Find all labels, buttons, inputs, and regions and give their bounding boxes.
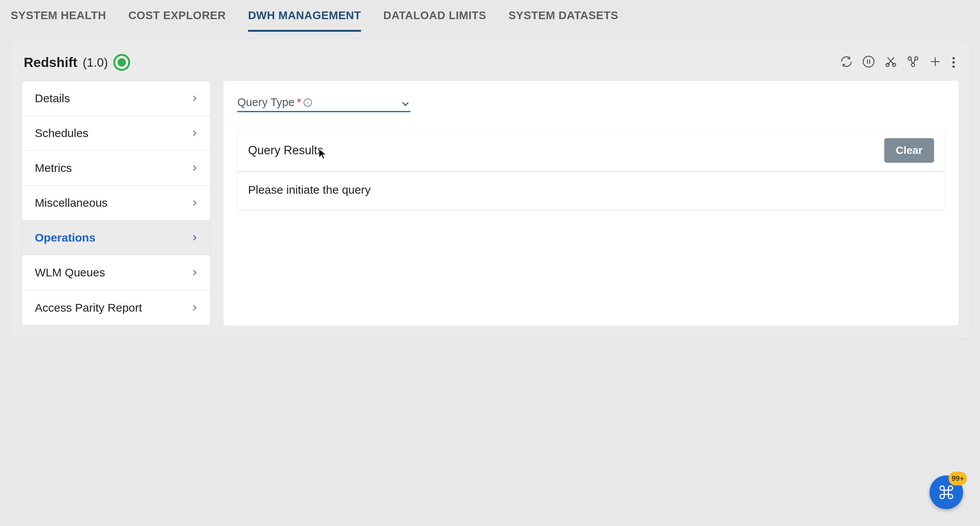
page-title: Redshift xyxy=(24,55,77,70)
content-row: Details Schedules Metrics Miscellaneous … xyxy=(21,81,959,325)
sidebar-item-details[interactable]: Details xyxy=(22,81,210,116)
sidebar-item-label: Details xyxy=(35,92,70,105)
sidebar-item-label: WLM Queues xyxy=(35,266,105,279)
sidebar-item-label: Miscellaneous xyxy=(35,196,108,209)
info-icon[interactable]: i xyxy=(304,98,312,107)
command-icon xyxy=(938,484,955,501)
query-type-label: Query Type xyxy=(237,96,294,109)
main-panel: Redshift (1.0) xyxy=(11,42,969,338)
tab-dwh-management[interactable]: DWH MANAGEMENT xyxy=(248,2,361,32)
sidebar-item-metrics[interactable]: Metrics xyxy=(22,151,210,186)
title-group: Redshift (1.0) xyxy=(24,54,130,71)
query-results-header: Query Results Clear xyxy=(237,130,945,172)
chevron-right-icon xyxy=(190,129,199,137)
sidebar-item-label: Metrics xyxy=(35,162,72,175)
sidebar-item-label: Operations xyxy=(35,231,95,244)
content-area: Query Type * i Query Results Clear Pleas… xyxy=(224,81,959,325)
page-version: (1.0) xyxy=(83,56,108,70)
sidebar-item-schedules[interactable]: Schedules xyxy=(22,116,210,151)
fab-badge: 99+ xyxy=(949,472,967,485)
svg-point-0 xyxy=(863,56,874,67)
chevron-right-icon xyxy=(190,268,199,277)
add-icon[interactable] xyxy=(929,55,942,70)
top-tabs: SYSTEM HEALTH COST EXPLORER DWH MANAGEME… xyxy=(0,0,980,32)
query-results-body: Please initiate the query xyxy=(237,172,945,209)
panel-actions xyxy=(840,55,956,70)
clear-button[interactable]: Clear xyxy=(884,138,934,163)
pause-icon[interactable] xyxy=(862,55,875,70)
chevron-right-icon xyxy=(190,234,199,242)
query-results-card: Query Results Clear Please initiate the … xyxy=(237,130,945,209)
tab-system-health[interactable]: SYSTEM HEALTH xyxy=(11,2,106,32)
refresh-icon[interactable] xyxy=(840,55,853,70)
command-fab[interactable]: 99+ xyxy=(929,475,963,509)
tab-system-datasets[interactable]: SYSTEM DATASETS xyxy=(508,2,618,32)
query-results-title: Query Results xyxy=(248,144,323,157)
sidebar: Details Schedules Metrics Miscellaneous … xyxy=(21,81,211,325)
sidebar-item-label: Access Parity Report xyxy=(35,301,142,314)
query-type-select[interactable]: Query Type * i xyxy=(237,96,410,112)
sidebar-item-operations[interactable]: Operations xyxy=(22,221,210,255)
nodes-icon[interactable] xyxy=(906,55,920,70)
tab-dataload-limits[interactable]: DATALOAD LIMITS xyxy=(383,2,486,32)
svg-point-9 xyxy=(911,63,915,67)
query-type-label-group: Query Type * i xyxy=(237,96,312,109)
sidebar-item-access-parity-report[interactable]: Access Parity Report xyxy=(22,290,210,325)
chevron-down-icon xyxy=(400,99,410,109)
panel-header: Redshift (1.0) xyxy=(21,51,959,81)
required-marker: * xyxy=(297,96,301,109)
chevron-right-icon xyxy=(190,164,199,172)
cut-icon[interactable] xyxy=(884,55,897,70)
sidebar-item-miscellaneous[interactable]: Miscellaneous xyxy=(22,186,210,221)
chevron-right-icon xyxy=(190,199,199,207)
chevron-right-icon xyxy=(190,94,199,103)
sidebar-item-label: Schedules xyxy=(35,127,88,140)
sidebar-item-wlm-queues[interactable]: WLM Queues xyxy=(22,255,210,290)
more-icon[interactable] xyxy=(951,57,956,68)
svg-rect-12 xyxy=(944,490,949,495)
tab-cost-explorer[interactable]: COST EXPLORER xyxy=(128,2,226,32)
status-healthy-icon xyxy=(113,54,130,71)
chevron-right-icon xyxy=(190,304,199,312)
